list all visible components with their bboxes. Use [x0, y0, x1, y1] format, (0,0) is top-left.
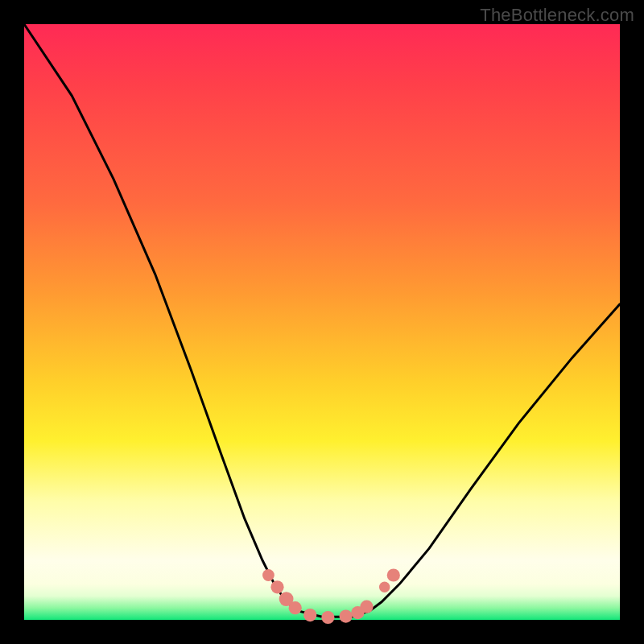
bottleneck-curve-svg: [24, 24, 620, 620]
curve-marker: [387, 568, 400, 581]
curve-marker: [321, 611, 334, 624]
curve-marker: [303, 609, 316, 621]
curve-marker: [379, 582, 390, 592]
curve-marker: [270, 580, 283, 593]
chart-plot-area: [24, 24, 620, 620]
chart-frame: TheBottleneck.com: [0, 0, 644, 644]
curve-marker: [360, 601, 373, 613]
curve-marker: [289, 601, 302, 614]
watermark-text: TheBottleneck.com: [480, 5, 634, 26]
curve-markers: [262, 568, 400, 624]
curve-marker: [340, 610, 353, 623]
curve-marker: [262, 569, 275, 581]
bottleneck-curve-path: [24, 24, 620, 617]
